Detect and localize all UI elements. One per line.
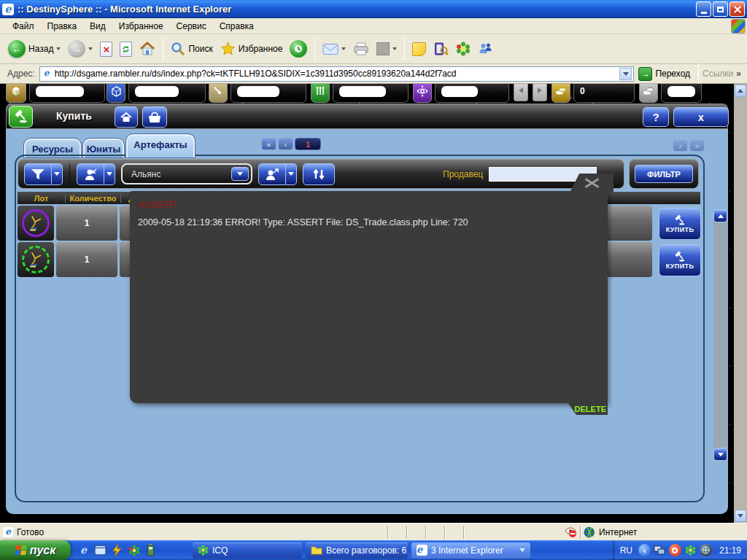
game-close-button[interactable]: x [673,107,729,127]
chevron-down-icon[interactable] [56,47,61,50]
close-button[interactable] [729,1,745,17]
chevron-down-icon[interactable] [88,47,93,50]
atom-icon [413,84,432,103]
filter-toolbar: Альянс Продавец [18,159,624,189]
address-input[interactable]: e http://dsgame.rambler.ru/ds/index.php?… [39,66,635,82]
favorites-button[interactable]: Избранное [217,39,287,58]
maximize-button[interactable] [713,1,728,17]
stop-button[interactable]: × [96,39,116,59]
forward-button[interactable]: → [64,38,96,60]
search-button[interactable]: Поиск [167,39,216,58]
status-bar: e Готово Интернет [0,523,747,540]
battery-quicklaunch-icon[interactable] [144,543,158,557]
network-icon[interactable] [654,544,666,556]
menu-view[interactable]: Вид [83,19,112,34]
mail-button[interactable] [319,41,349,58]
edit-icon [376,42,390,55]
browser-scrollbar[interactable] [734,84,747,523]
notes-button[interactable] [409,40,430,58]
icq-quicklaunch-icon[interactable] [127,543,141,557]
alliance-select[interactable]: Альянс [121,163,252,184]
status-cell [387,526,406,539]
sort-button[interactable] [303,163,335,185]
game-help-button[interactable]: ? [643,107,669,127]
chevron-down-icon[interactable] [392,47,397,50]
chevron-down-icon[interactable] [341,47,346,50]
artifact-icon [26,250,45,269]
folder-icon [311,545,322,555]
lightning-quicklaunch-icon[interactable] [110,543,124,557]
buy-button[interactable]: КУПИТЬ [659,244,701,276]
refresh-button[interactable] [116,39,136,59]
buy-button[interactable]: КУПИТЬ [659,208,701,240]
column-lot[interactable]: Лот [18,194,66,203]
clock[interactable]: 21:19 [719,545,741,556]
browser-quicklaunch-icon[interactable] [93,543,107,557]
resource-value [29,84,105,103]
seller-in-button[interactable] [77,163,104,185]
taskbar-task-conversations[interactable]: Всего разговоров: 6… [306,542,408,559]
column-quantity[interactable]: Количество [66,194,121,203]
red-app-icon[interactable] [669,544,681,556]
sort-arrows-icon [311,167,326,182]
language-indicator[interactable]: RU [620,545,632,556]
mail-icon [322,43,338,55]
strip-scroll-right-button[interactable] [533,84,547,101]
resize-grip[interactable] [737,526,747,539]
research-button[interactable] [430,39,452,58]
url-text[interactable]: http://dsgame.rambler.ru/ds/index.php?ck… [55,69,620,79]
menu-tools[interactable]: Сервис [170,19,213,34]
resource-value [231,84,306,103]
page-next-button[interactable]: › [673,139,688,152]
page-prev-button[interactable]: ‹ [278,138,293,150]
language-bar-icon[interactable]: ‹ [638,544,651,556]
game-scrollbar[interactable] [713,209,727,461]
strip-scroll-left-button[interactable] [514,84,528,101]
lot-artifact-icon[interactable] [18,242,54,277]
seller-out-button[interactable] [258,163,286,185]
menu-favorites[interactable]: Избранное [112,19,170,34]
internet-globe-icon [584,526,595,538]
blue-cube-icon [107,84,125,103]
scroll-down-button[interactable] [713,448,727,461]
minimize-button[interactable] [696,1,711,17]
taskbar-task-internet-explorer[interactable]: e 3 Internet Explorer [411,542,530,559]
links-button[interactable]: Ссылки » [703,69,744,79]
print-button[interactable] [349,40,373,58]
seller-in-dropdown[interactable] [104,163,115,185]
scroll-up-button[interactable] [735,85,746,97]
ie-quicklaunch-icon[interactable]: e [77,543,90,557]
start-button[interactable]: пуск [0,540,71,560]
scroll-up-button[interactable] [713,209,727,222]
arrow-up-icon [738,89,743,93]
menu-file[interactable]: Файл [6,19,41,34]
security-zone: Интернет [580,526,737,539]
back-button[interactable]: ← Назад [4,38,64,60]
address-dropdown-button[interactable] [619,68,632,80]
icq-button[interactable] [452,39,474,58]
go-button[interactable]: → Переход [638,67,690,81]
filter-apply-button[interactable]: ФИЛЬТР [635,165,693,183]
messenger-button[interactable] [474,39,497,58]
taskbar-task-icq[interactable]: ICQ [193,542,302,559]
icq-tray-icon[interactable] [684,544,697,556]
page-last-button[interactable]: » [689,139,705,152]
filter-funnel-button[interactable] [24,163,52,185]
page-first-button[interactable]: « [261,138,276,150]
ie-logo-icon: e [2,4,14,15]
menu-edit[interactable]: Правка [41,19,84,34]
tab-artifacts[interactable]: Артефакты [126,134,195,158]
filter-funnel-dropdown[interactable] [52,163,63,185]
game-bag-button[interactable] [142,106,167,128]
seller-out-dropdown[interactable] [286,163,297,185]
home-button[interactable] [136,39,159,58]
scroll-down-button[interactable] [735,510,746,522]
menu-help[interactable]: Справка [213,19,260,34]
lot-artifact-icon[interactable] [18,206,54,241]
history-button[interactable] [286,38,311,60]
game-home-button[interactable] [115,106,138,128]
current-page-button[interactable]: 1 [295,138,321,150]
globe-tray-icon[interactable] [700,544,712,556]
edit-button[interactable] [373,40,400,58]
status-cell [444,526,463,539]
